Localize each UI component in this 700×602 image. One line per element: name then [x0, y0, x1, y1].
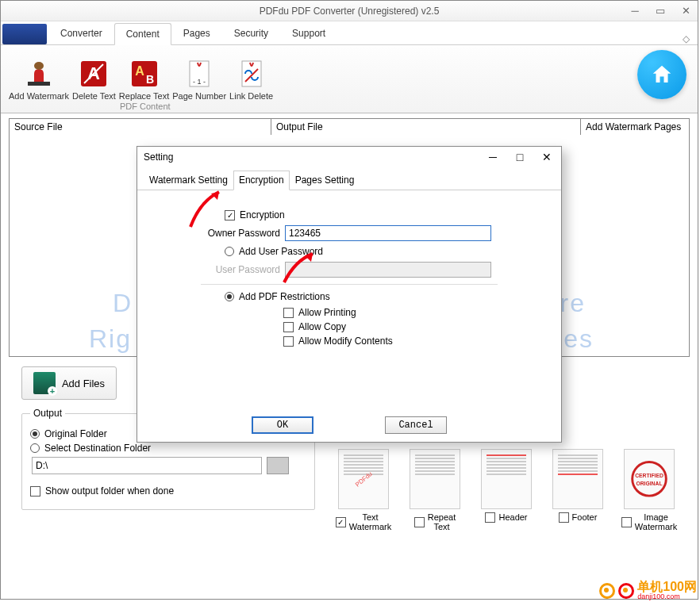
col-header-output: Output File: [271, 119, 581, 135]
col-header-source: Source File: [10, 119, 271, 135]
ribbon-label: Delete Text: [72, 91, 116, 101]
tab-content[interactable]: Content: [114, 23, 171, 45]
show-output-label: Show output folder when done: [45, 485, 174, 497]
template-footer[interactable]: Footer: [547, 449, 609, 531]
ribbon-body: Add Watermark A Delete Text AB Replace T…: [1, 45, 698, 113]
titlebar: PDFdu PDF Converter (Unregistered) v2.5 …: [1, 1, 698, 21]
tab-pages[interactable]: Pages: [171, 22, 222, 44]
add-files-label: Add Files: [62, 378, 105, 389]
home-button[interactable]: [637, 50, 687, 99]
tab-converter[interactable]: Converter: [48, 22, 114, 44]
dialog-minimize-button[interactable]: ─: [485, 151, 501, 163]
col-header-pages: Add Watermark Pages: [581, 119, 689, 135]
allow-copy-checkbox[interactable]: [283, 322, 294, 332]
svg-text:A: A: [135, 64, 144, 78]
select-dest-radio[interactable]: [30, 443, 40, 453]
stamp-icon: [23, 58, 55, 90]
replace-text-icon: AB: [129, 58, 160, 90]
delete-text-button[interactable]: A Delete Text: [71, 56, 117, 102]
svg-point-1: [34, 62, 44, 70]
home-icon: [650, 63, 674, 86]
watermark-templates: PDFdu Text Watermark Repeat Text Header …: [333, 449, 680, 531]
file-menu-button[interactable]: [2, 24, 47, 44]
page-number-icon: - 1 -: [183, 58, 215, 90]
show-output-checkbox[interactable]: [30, 486, 40, 497]
dialog-body: Encryption Owner Password Add User Passw…: [137, 190, 561, 347]
logo-icon: [618, 583, 634, 599]
user-password-label: User Password: [201, 264, 280, 275]
dest-path-input[interactable]: [32, 457, 262, 474]
add-restrictions-label: Add PDF Restrictions: [239, 291, 330, 302]
dialog-close-button[interactable]: ✕: [539, 151, 555, 163]
link-delete-button[interactable]: Link Delete: [228, 56, 275, 102]
window-title: PDFdu PDF Converter (Unregistered) v2.5: [260, 6, 440, 17]
repeat-text-checkbox[interactable]: [414, 517, 425, 527]
output-legend: Output: [30, 408, 65, 419]
svg-text:- 1 -: - 1 -: [193, 78, 206, 86]
dialog-tabs: Watermark Setting Encryption Pages Setti…: [137, 167, 561, 190]
ribbon-label: Replace Text: [119, 91, 169, 101]
tab-watermark-setting[interactable]: Watermark Setting: [144, 171, 233, 190]
setting-dialog: Setting ─ □ ✕ Watermark Setting Encrypti…: [137, 146, 562, 443]
dialog-titlebar: Setting ─ □ ✕: [137, 147, 561, 167]
add-restrictions-radio[interactable]: [225, 292, 234, 301]
folder-add-icon: [33, 372, 56, 394]
allow-printing-checkbox[interactable]: [283, 308, 294, 318]
ribbon-tabstrip: Converter Content Pages Security Support…: [1, 21, 698, 45]
dialog-maximize-button[interactable]: □: [512, 151, 528, 163]
tab-pages-setting[interactable]: Pages Setting: [290, 171, 360, 190]
svg-text:CERTIFIED: CERTIFIED: [635, 473, 663, 478]
maximize-button[interactable]: ▭: [652, 2, 669, 18]
template-header[interactable]: Header: [475, 449, 537, 531]
select-dest-label: Select Destination Folder: [44, 443, 151, 454]
add-files-button[interactable]: Add Files: [21, 366, 117, 400]
image-wm-checkbox[interactable]: [621, 517, 632, 527]
link-delete-icon: [236, 58, 267, 90]
template-text-watermark[interactable]: PDFdu Text Watermark: [333, 449, 394, 531]
ribbon-group-label: PDF Content: [120, 102, 171, 111]
user-password-input: [285, 262, 491, 278]
tab-encryption[interactable]: Encryption: [233, 171, 290, 190]
replace-text-button[interactable]: AB Replace Text: [117, 56, 171, 102]
logo-icon: [599, 583, 615, 599]
column-headers: Source File Output File Add Watermark Pa…: [9, 118, 690, 135]
footer-checkbox[interactable]: [559, 512, 569, 523]
original-folder-label: Original Folder: [44, 428, 107, 439]
template-image-watermark[interactable]: CERTIFIEDORIGINAL Image Watermark: [618, 449, 680, 531]
encryption-label: Encryption: [240, 209, 285, 220]
svg-text:B: B: [145, 73, 153, 86]
cancel-button[interactable]: Cancel: [385, 416, 447, 434]
original-folder-radio[interactable]: [30, 429, 40, 439]
encryption-checkbox[interactable]: [225, 210, 235, 220]
template-repeat-text[interactable]: Repeat Text: [404, 449, 466, 531]
tab-support[interactable]: Support: [280, 22, 337, 44]
dialog-title: Setting: [144, 151, 173, 163]
collapse-ribbon-icon[interactable]: ◇: [683, 33, 690, 44]
delete-text-icon: A: [78, 58, 110, 90]
minimize-button[interactable]: ─: [626, 2, 644, 18]
add-user-password-radio[interactable]: [225, 247, 234, 256]
close-button[interactable]: ✕: [677, 2, 694, 18]
ribbon-label: Page Number: [172, 91, 226, 101]
ribbon-label: Add Watermark: [9, 91, 69, 101]
browse-button[interactable]: [267, 457, 289, 474]
allow-modify-checkbox[interactable]: [283, 336, 294, 347]
svg-text:ORIGINAL: ORIGINAL: [636, 481, 662, 486]
svg-rect-0: [28, 82, 50, 86]
ribbon-label: Link Delete: [229, 91, 273, 101]
owner-password-label: Owner Password: [201, 228, 280, 239]
ok-button[interactable]: OK: [252, 416, 313, 434]
footer-logo: 单机100网danji100.com: [599, 581, 697, 600]
svg-point-12: [633, 462, 667, 497]
page-number-button[interactable]: - 1 - Page Number: [171, 56, 228, 102]
owner-password-input[interactable]: [285, 225, 491, 241]
text-wm-checkbox[interactable]: [336, 517, 346, 527]
add-user-password-label: Add User Password: [239, 246, 323, 257]
tab-security[interactable]: Security: [222, 22, 280, 44]
add-watermark-button[interactable]: Add Watermark: [7, 56, 71, 102]
header-checkbox[interactable]: [485, 512, 495, 523]
